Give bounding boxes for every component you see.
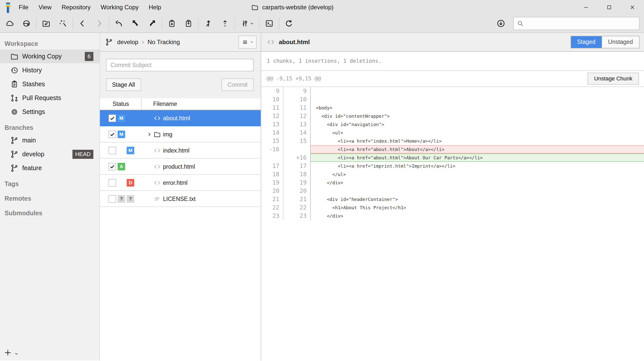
table-row-product-html[interactable]: Aproduct.html [100,159,261,175]
clipboard-icon [10,80,19,88]
pop-stash-icon[interactable] [180,16,197,31]
stage-checkbox-checked[interactable] [109,131,116,138]
status-badge-d: D [127,179,134,187]
sidebar-item-history[interactable]: History [0,63,99,77]
diff-line[interactable]: 1414 <ul> [261,129,644,137]
table-row-index-html[interactable]: Mindex.html [100,142,261,159]
merge-arrow-icon[interactable] [200,16,217,31]
chevron-down-icon [250,40,254,44]
diff-line[interactable]: 1717 <li><a href="imprint.html">Imprint<… [261,162,644,170]
diff-line[interactable]: 1818 </ul> [261,170,644,178]
stage-checkbox-unchecked[interactable] [109,179,116,187]
compare-branches-icon[interactable] [236,16,258,31]
sidebar-item-develop[interactable]: developHEAD [0,147,99,161]
code-text: <body> [311,104,644,112]
back-icon[interactable] [74,16,91,31]
close-button[interactable] [621,0,644,14]
push-arrow-icon[interactable] [144,16,160,31]
diff-line[interactable]: 1515 <li><a href="index.html">Home</a></… [261,137,644,145]
file-name: error.html [163,175,187,191]
menu-file[interactable]: File [19,4,29,11]
code-text: <h1>About This Project</h1> [311,203,644,212]
section-header-submodules[interactable]: Submodules [0,207,99,219]
sidebar-item-stashes[interactable]: Stashes [0,77,99,91]
chunk-header-bar: @@ -9,15 +9,15 @@ Unstage Chunk [261,71,644,87]
diff-line-added[interactable]: +16 <li><a href="about.html">About Our C… [261,154,644,162]
section-header-branches[interactable]: Branches [0,122,99,133]
file-name: index.html [163,142,190,159]
diff-line[interactable]: 1010 [261,95,644,104]
search-box[interactable] [513,17,639,30]
sidebar-item-pull-requests[interactable]: Pull Requests [0,91,99,105]
sidebar-item-working-copy[interactable]: Working Copy6 [0,49,99,63]
tab-staged[interactable]: Staged [571,36,602,48]
column-header-filename[interactable]: Filename [142,98,177,110]
branch-options-button[interactable] [238,36,257,49]
terminal-icon[interactable] [261,16,278,31]
code-file-icon [153,147,161,154]
diff-line[interactable]: 2222 <h1>About This Project</h1> [261,203,644,212]
section-header-remotes[interactable]: Remotes [0,193,99,204]
diff-file-name: about.html [279,39,310,46]
menu-working-copy[interactable]: Working Copy [101,4,139,11]
unstage-chunk-button[interactable]: Unstage Chunk [587,73,639,85]
new-line-number: 11 [283,104,311,112]
stage-all-button[interactable]: Stage All [106,78,141,91]
new-line-number: 10 [283,95,311,104]
expander-chevron-icon[interactable] [146,131,152,137]
printer-icon[interactable] [18,16,35,31]
download-circle-icon[interactable] [493,16,509,31]
commit-button[interactable]: Commit [222,78,254,91]
rebase-dashed-arrow-icon[interactable] [217,16,233,31]
diff-line[interactable]: 2121 <div id="headerContainer"> [261,195,644,203]
stage-checkbox-checked[interactable] [109,114,116,122]
minimize-button[interactable] [574,0,598,14]
toolbar-separator [162,17,162,29]
cloud-icon[interactable] [2,16,18,31]
table-row-img[interactable]: Mimg [100,126,261,142]
fetch-arrow-icon[interactable] [111,16,127,31]
add-repository-button[interactable] [4,348,19,357]
forward-icon[interactable] [91,16,108,31]
sidebar-item-label: develop [22,151,44,158]
sidebar-item-main[interactable]: main [0,133,99,147]
diff-line[interactable]: 1919 </div> [261,178,644,187]
maximize-button[interactable] [598,0,621,14]
search-input[interactable] [526,20,636,27]
table-row-about-html[interactable]: Mabout.html [100,110,261,126]
diff-line[interactable]: 1212 <div id="contentWrapper"> [261,112,644,120]
column-header-status[interactable]: Status [100,98,142,110]
file-list: Mabout.htmlMimgMindex.htmlAproduct.htmlD… [100,110,261,360]
pull-arrow-icon[interactable] [127,16,144,31]
stage-checkbox-unchecked[interactable] [109,195,116,203]
sidebar-item-label: feature [22,164,42,172]
section-header-workspace[interactable]: Workspace [0,38,99,49]
code-file-icon [153,114,161,122]
code-file-icon [267,38,275,46]
diff-line-deleted[interactable]: -16 <li><a href="about.html">About</a></… [261,145,644,154]
diff-line[interactable]: 2020 [261,187,644,195]
commit-subject-input[interactable] [106,59,254,71]
stage-checkbox-unchecked[interactable] [109,147,116,154]
table-row-license-txt[interactable]: ??LICENSE.txt [100,191,261,207]
current-branch[interactable]: develop [117,39,138,46]
refresh-icon[interactable] [281,16,297,31]
stash-icon[interactable] [164,16,180,31]
sidebar-item-feature[interactable]: feature [0,161,99,175]
open-repo-folder-icon[interactable] [38,16,55,31]
sidebar-item-settings[interactable]: Settings [0,105,99,119]
diff-line[interactable]: 99 [261,87,644,95]
diff-line[interactable]: 1111 <body> [261,104,644,112]
diff-line[interactable]: 2323 </div> [261,212,644,220]
section-header-tags[interactable]: Tags [0,178,99,190]
gear-icon [10,108,19,116]
menu-help[interactable]: Help [149,4,161,11]
tab-unstaged[interactable]: Unstaged [602,36,639,48]
menu-repository[interactable]: Repository [62,4,91,11]
table-row-error-html[interactable]: Derror.html [100,175,261,191]
diff-line[interactable]: 1313 <div id="navigation"> [261,120,644,129]
stage-checkbox-checked[interactable] [109,163,116,170]
tracking-status[interactable]: No Tracking [148,39,180,46]
quick-launch-wand-icon[interactable] [55,16,71,31]
menu-view[interactable]: View [39,4,52,11]
